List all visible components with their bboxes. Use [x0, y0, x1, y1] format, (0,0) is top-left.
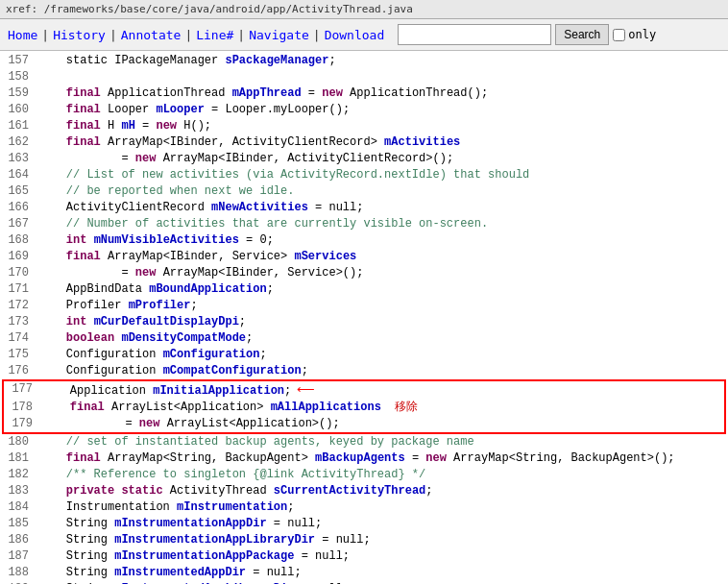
line-number: 172 [0, 298, 38, 314]
line-content: Instrumentation mInstrumentation; [38, 499, 728, 516]
line-number: 185 [0, 516, 38, 532]
line-content: int mNumVisibleActivities = 0; [38, 232, 728, 249]
table-row: 182 /** Reference to singleton {@link Ac… [0, 467, 728, 483]
table-row: 184 Instrumentation mInstrumentation; [0, 499, 728, 516]
nav-download[interactable]: Download [323, 28, 387, 42]
nav-sep-5: | [313, 28, 321, 42]
line-number: 182 [0, 467, 38, 483]
line-number: 163 [0, 151, 38, 167]
annotation-arrow: ⟵ [297, 382, 315, 397]
line-number: 186 [0, 532, 38, 548]
only-label[interactable]: only [613, 28, 656, 41]
line-content: String mInstrumentationAppLibraryDir = n… [38, 532, 728, 548]
line-content: Configuration mCompatConfiguration; [38, 363, 728, 379]
table-row: 163 = new ArrayMap<IBinder, ActivityClie… [0, 151, 728, 167]
line-number: 180 [0, 434, 38, 450]
code-view: 157 static IPackageManager sPackageManag… [0, 51, 728, 584]
table-row: 183 private static ActivityThread sCurre… [0, 483, 728, 499]
line-content: = new ArrayMap<IBinder, Service>(); [38, 265, 728, 281]
table-row: 178 final ArrayList<Application> mAllApp… [4, 400, 724, 416]
line-number: 181 [0, 450, 38, 467]
table-row: 160 final Looper mLooper = Looper.myLoop… [0, 102, 728, 118]
line-content: Configuration mConfiguration; [38, 347, 728, 363]
table-row: 164 // List of new activities (via Activ… [0, 167, 728, 183]
line-number: 175 [0, 347, 38, 363]
search-box: Search only [390, 24, 656, 45]
table-row: 174 boolean mDensityCompatMode; [0, 330, 728, 347]
table-row: 161 final H mH = new H(); [0, 118, 728, 134]
line-number: 168 [0, 232, 38, 249]
line-number: 187 [0, 548, 38, 565]
line-number: 162 [0, 134, 38, 151]
line-number: 169 [0, 249, 38, 265]
line-content: static IPackageManager sPackageManager; [38, 53, 728, 69]
line-number: 178 [4, 400, 42, 416]
nav-annotate[interactable]: Annotate [119, 28, 183, 42]
table-row: 168 int mNumVisibleActivities = 0; [0, 232, 728, 249]
table-row: 181 final ArrayMap<String, BackupAgent> … [0, 450, 728, 467]
line-content: final ArrayList<Application> mAllApplica… [42, 400, 724, 416]
line-content: final ArrayMap<String, BackupAgent> mBac… [38, 450, 728, 467]
line-content: Application mInitialApplication;⟵ [42, 381, 724, 400]
search-button[interactable]: Search [555, 24, 609, 45]
line-content: AppBindData mBoundApplication; [38, 281, 728, 298]
line-number: 176 [0, 363, 38, 379]
line-number: 164 [0, 167, 38, 183]
table-row: 166 ActivityClientRecord mNewActivities … [0, 200, 728, 216]
line-number: 161 [0, 118, 38, 134]
line-number: 188 [0, 565, 38, 581]
nav-sep-1: | [41, 28, 49, 42]
table-row: 159 final ApplicationThread mAppThread =… [0, 85, 728, 102]
line-content: final Looper mLooper = Looper.myLooper()… [38, 102, 728, 118]
line-content: final ArrayMap<IBinder, Service> mServic… [38, 249, 728, 265]
line-number: 157 [0, 53, 38, 69]
line-content: final H mH = new H(); [38, 118, 728, 134]
breadcrumb: xref: /frameworks/base/core/java/android… [0, 0, 728, 19]
line-content: String mInstrumentationAppPackage = null… [38, 548, 728, 565]
line-number: 166 [0, 200, 38, 216]
table-row: 187 String mInstrumentationAppPackage = … [0, 548, 728, 565]
table-row: 180 // set of instantiated backup agents… [0, 434, 728, 450]
table-row: 188 String mInstrumentedAppDir = null; [0, 565, 728, 581]
nav-home[interactable]: Home [6, 28, 39, 42]
line-content: /** Reference to singleton {@link Activi… [38, 467, 728, 483]
line-number: 170 [0, 265, 38, 281]
line-content: // Number of activities that are current… [38, 216, 728, 232]
line-number: 160 [0, 102, 38, 118]
highlight-region: 177 Application mInitialApplication;⟵178… [2, 379, 726, 434]
table-row: 169 final ArrayMap<IBinder, Service> mSe… [0, 249, 728, 265]
table-row: 176 Configuration mCompatConfiguration; [0, 363, 728, 379]
line-number: 165 [0, 183, 38, 200]
table-row: 170 = new ArrayMap<IBinder, Service>(); [0, 265, 728, 281]
line-content: // List of new activities (via ActivityR… [38, 167, 728, 183]
table-row: 172 Profiler mProfiler; [0, 298, 728, 314]
search-input[interactable] [398, 24, 551, 45]
line-content: = new ArrayMap<IBinder, ActivityClientRe… [38, 151, 728, 167]
nav-lineno[interactable]: Line# [194, 28, 235, 42]
nav-navigate[interactable]: Navigate [247, 28, 311, 42]
line-number: 171 [0, 281, 38, 298]
line-content: String mInstrumentedAppDir = null; [38, 565, 728, 581]
line-content: final ApplicationThread mAppThread = new… [38, 85, 728, 102]
line-number: 179 [4, 416, 42, 432]
line-number: 159 [0, 85, 38, 102]
nav-sep-4: | [237, 28, 245, 42]
table-row: 165 // be reported when next we idle. [0, 183, 728, 200]
line-content: int mCurDefaultDisplayDpi; [38, 314, 728, 330]
line-number: 183 [0, 483, 38, 499]
only-checkbox[interactable] [613, 29, 625, 41]
line-content: = new ArrayList<Application>(); [42, 416, 724, 432]
line-content: boolean mDensityCompatMode; [38, 330, 728, 347]
nav-history[interactable]: History [51, 28, 108, 42]
line-content: ActivityClientRecord mNewActivities = nu… [38, 200, 728, 216]
table-row: 185 String mInstrumentationAppDir = null… [0, 516, 728, 532]
table-row: 167 // Number of activities that are cur… [0, 216, 728, 232]
table-row: 173 int mCurDefaultDisplayDpi; [0, 314, 728, 330]
line-content: final ArrayMap<IBinder, ActivityClientRe… [38, 134, 728, 151]
line-content: // set of instantiated backup agents, ke… [38, 434, 728, 450]
table-row: 175 Configuration mConfiguration; [0, 347, 728, 363]
line-content: // be reported when next we idle. [38, 183, 728, 200]
table-row: 179 = new ArrayList<Application>(); [4, 416, 724, 432]
line-number: 167 [0, 216, 38, 232]
table-row: 158 [0, 69, 728, 85]
